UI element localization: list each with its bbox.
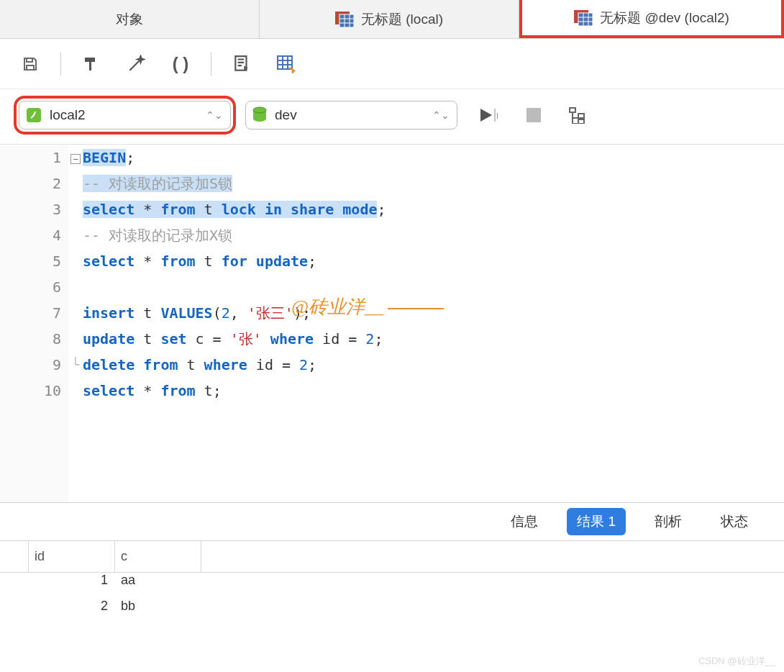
csdn-watermark: CSDN @砖业洋__ bbox=[698, 655, 775, 668]
explain-icon[interactable] bbox=[568, 106, 588, 124]
database-label: dev bbox=[275, 107, 297, 123]
svg-rect-30 bbox=[578, 119, 584, 124]
run-icon[interactable]: I bbox=[479, 107, 499, 123]
code-line[interactable]: -- 对读取的记录加S锁 bbox=[83, 171, 784, 196]
connection-icon bbox=[25, 106, 42, 124]
document-run-icon[interactable] bbox=[232, 54, 252, 74]
tab-label: 无标题 (local) bbox=[361, 10, 443, 29]
code-area[interactable]: @砖业洋__ BEGIN;-- 对读取的记录加S锁select * from t… bbox=[83, 145, 784, 502]
code-line[interactable]: select * from t lock in share mode; bbox=[83, 196, 784, 222]
sql-editor: 12345678910 − └ @砖业洋__ BEGIN;-- 对读取的记录加S… bbox=[0, 144, 784, 502]
svg-rect-15 bbox=[89, 62, 91, 71]
result-body: 1aa2bb bbox=[0, 573, 784, 625]
col-c[interactable]: c bbox=[115, 541, 201, 572]
editor-tabs: 对象 无标题 (local) 无标题 @dev (local2) bbox=[0, 0, 784, 39]
result-tab[interactable]: 结果 1 bbox=[567, 508, 626, 535]
svg-rect-13 bbox=[27, 65, 34, 70]
selector-row: local2 ⌃⌄ dev ⌃⌄ I bbox=[0, 89, 784, 144]
svg-rect-29 bbox=[578, 114, 584, 118]
result-grid: id c 1aa2bb bbox=[0, 541, 784, 625]
export-table-icon[interactable] bbox=[276, 54, 296, 74]
save-icon[interactable] bbox=[20, 54, 40, 74]
table-row[interactable]: 1aa bbox=[0, 573, 784, 599]
code-line[interactable]: select * from t for update; bbox=[83, 248, 784, 274]
fold-column: − └ bbox=[68, 145, 83, 502]
parentheses-icon[interactable]: ( ) bbox=[170, 54, 191, 74]
tab-untitled-dev-local2[interactable]: 无标题 @dev (local2) bbox=[519, 0, 784, 38]
code-line[interactable]: update t set c = '张' where id = 2; bbox=[83, 326, 784, 352]
tab-objects[interactable]: 对象 bbox=[0, 0, 260, 38]
chevron-updown-icon: ⌃⌄ bbox=[206, 109, 223, 121]
code-line[interactable]: -- 对读取的记录加X锁 bbox=[83, 222, 784, 248]
gutter: 12345678910 bbox=[0, 145, 68, 502]
table-row[interactable]: 2bb bbox=[0, 599, 784, 625]
col-id[interactable]: id bbox=[29, 541, 115, 572]
database-icon bbox=[252, 106, 268, 124]
table-icon bbox=[335, 12, 354, 27]
result-tab[interactable]: 剖析 bbox=[644, 508, 692, 535]
code-line[interactable]: delete from t where id = 2; bbox=[83, 352, 784, 378]
svg-rect-28 bbox=[570, 108, 575, 112]
tab-label: 无标题 @dev (local2) bbox=[600, 9, 729, 27]
tab-untitled-local[interactable]: 无标题 (local) bbox=[260, 0, 519, 38]
svg-rect-14 bbox=[85, 58, 95, 62]
connection-selector[interactable]: local2 ⌃⌄ bbox=[19, 101, 231, 130]
corner-cell bbox=[0, 541, 29, 572]
hammer-icon[interactable] bbox=[81, 54, 101, 74]
svg-text:I: I bbox=[496, 112, 498, 120]
svg-rect-12 bbox=[27, 58, 32, 62]
svg-rect-1 bbox=[339, 14, 354, 27]
svg-rect-7 bbox=[578, 13, 593, 26]
tab-label: 对象 bbox=[116, 10, 143, 29]
chevron-updown-icon: ⌃⌄ bbox=[432, 109, 450, 121]
code-line[interactable]: BEGIN; bbox=[83, 145, 784, 171]
code-line[interactable]: insert t VALUES(2, '张三'); bbox=[83, 300, 784, 326]
result-header: id c bbox=[0, 541, 784, 573]
code-line[interactable] bbox=[83, 274, 784, 300]
result-tabs: 信息结果 1剖析状态 bbox=[0, 502, 784, 541]
svg-rect-27 bbox=[527, 108, 541, 122]
connection-label: local2 bbox=[50, 107, 86, 123]
stop-icon[interactable] bbox=[527, 108, 541, 122]
result-tab[interactable]: 信息 bbox=[501, 508, 548, 535]
code-line[interactable]: select * from t; bbox=[83, 378, 784, 404]
table-icon bbox=[574, 10, 593, 26]
wand-icon[interactable] bbox=[126, 54, 146, 74]
toolbar: ( ) bbox=[0, 39, 784, 89]
database-selector[interactable]: dev ⌃⌄ bbox=[245, 101, 457, 130]
result-tab[interactable]: 状态 bbox=[711, 508, 758, 535]
